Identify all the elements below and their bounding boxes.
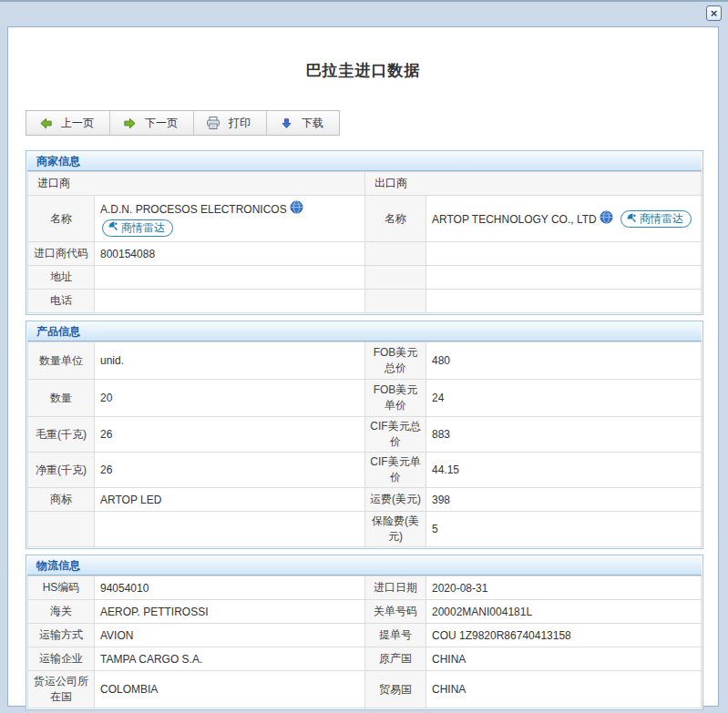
section-product-info: 产品信息 数量单位 unid. FOB美元总价 480 数量 20 FOB美元单… — [26, 321, 703, 549]
next-page-button[interactable]: 下一页 — [110, 111, 194, 135]
table-row: 净重(千克) 26 CIF美元单价 44.15 — [28, 453, 702, 488]
empty-value — [95, 512, 365, 547]
cif-unit-label: CIF美元单价 — [365, 453, 426, 488]
fob-unit-value: 24 — [426, 380, 702, 417]
phone-label: 电话 — [28, 290, 95, 313]
customs-doc-label: 关单号码 — [365, 600, 426, 624]
radar-icon — [108, 220, 118, 236]
phone-value — [95, 290, 365, 313]
table-row: 运输企业 TAMPA CARGO S.A. 原产国 CHINA — [28, 647, 702, 671]
bill-of-lading-label: 提单号 — [365, 624, 426, 647]
qty-value: 20 — [95, 380, 365, 417]
download-button[interactable]: 下载 — [267, 111, 339, 135]
download-label: 下载 — [302, 116, 323, 131]
exporter-name-cell: ARTOP TECHNOLOGY CO., LTD 商情雷达 — [426, 196, 702, 242]
print-button[interactable]: 打印 — [194, 111, 267, 135]
cif-unit-value: 44.15 — [426, 453, 702, 488]
importer-subheader: 进口商 — [28, 172, 365, 196]
table-row: 进口商 出口商 — [28, 172, 702, 196]
exporter-subheader: 出口商 — [365, 172, 702, 196]
import-date-label: 进口日期 — [365, 576, 426, 600]
gross-weight-value: 26 — [95, 417, 365, 453]
radar-button-label: 商情雷达 — [640, 211, 683, 227]
section-logistics-header: 物流信息 — [27, 556, 702, 575]
window-frame-top — [0, 0, 728, 2]
customs-label: 海关 — [28, 600, 95, 624]
address-label: 地址 — [28, 266, 95, 290]
arrow-left-icon — [38, 116, 53, 130]
section-logistics-info: 物流信息 HS编码 94054010 进口日期 2020-08-31 海关 AE… — [26, 555, 703, 710]
toolbar: 上一页 下一页 打印 — [26, 110, 340, 136]
insurance-value: 5 — [426, 512, 702, 547]
exporter-name-label: 名称 — [365, 196, 426, 242]
section-merchant-info: 商家信息 进口商 出口商 名称 A.D.N. PROCESOS ELECTRON… — [26, 150, 703, 315]
table-row: 海关 AEROP. PETTIROSSI 关单号码 20002MANI00418… — [28, 600, 702, 624]
arrow-down-icon — [279, 116, 293, 130]
cif-total-label: CIF美元总价 — [365, 417, 426, 453]
table-row: 保险费(美元) 5 — [28, 512, 702, 547]
next-page-label: 下一页 — [145, 116, 178, 131]
qty-unit-value: unid. — [95, 342, 365, 380]
logistics-table: HS编码 94054010 进口日期 2020-08-31 海关 AEROP. … — [27, 575, 702, 708]
table-row: 毛重(千克) 26 CIF美元总价 883 — [28, 417, 702, 453]
hs-code-label: HS编码 — [28, 576, 95, 600]
importer-name: A.D.N. PROCESOS ELECTRONICOS — [100, 203, 287, 216]
table-row: 数量 20 FOB美元单价 24 — [28, 380, 702, 417]
table-row: 货运公司所在国 COLOMBIA 贸易国 CHINA — [28, 671, 702, 708]
product-table: 数量单位 unid. FOB美元总价 480 数量 20 FOB美元单价 24 … — [27, 341, 702, 547]
empty-label — [365, 266, 426, 290]
transport-mode-label: 运输方式 — [28, 624, 95, 647]
table-row: 商标 ARTOP LED 运费(美元) 398 — [28, 488, 702, 512]
trademark-value: ARTOP LED — [95, 488, 365, 512]
bill-of-lading-value: COU 1Z9820R86740413158 — [426, 624, 702, 647]
empty-value — [426, 290, 702, 313]
globe-icon[interactable] — [600, 214, 613, 227]
printer-icon — [206, 116, 220, 130]
empty-label — [365, 290, 426, 313]
table-row: 运输方式 AVION 提单号 COU 1Z9820R86740413158 — [28, 624, 702, 647]
merchant-table: 进口商 出口商 名称 A.D.N. PROCESOS ELECTRONICOS … — [27, 171, 702, 313]
customs-value: AEROP. PETTIROSSI — [95, 600, 365, 624]
importer-name-label: 名称 — [28, 196, 95, 242]
import-date-value: 2020-08-31 — [426, 576, 702, 600]
net-weight-value: 26 — [95, 453, 365, 488]
transport-mode-value: AVION — [95, 624, 365, 647]
qty-unit-label: 数量单位 — [28, 342, 95, 380]
print-label: 打印 — [229, 116, 251, 131]
origin-country-value: CHINA — [426, 647, 702, 671]
trademark-label: 商标 — [28, 488, 95, 512]
cif-total-value: 883 — [426, 417, 702, 453]
trade-country-value: CHINA — [426, 671, 702, 708]
net-weight-label: 净重(千克) — [28, 453, 95, 488]
customs-doc-value: 20002MANI004181L — [426, 600, 702, 624]
freight-label: 运费(美元) — [365, 488, 426, 512]
page-title: 巴拉圭进口数据 — [8, 27, 718, 81]
importer-radar-button[interactable]: 商情雷达 — [102, 219, 173, 237]
fob-total-value: 480 — [426, 342, 702, 380]
address-value — [95, 266, 365, 290]
table-row: 地址 — [28, 266, 702, 290]
freight-company-country-label: 货运公司所在国 — [28, 671, 95, 708]
close-button[interactable]: × — [706, 5, 722, 21]
globe-icon[interactable] — [290, 204, 303, 217]
dialog-panel: 巴拉圭进口数据 上一页 下一页 — [7, 26, 719, 707]
table-row: 进口商代码 800154088 — [28, 242, 702, 266]
prev-page-button[interactable]: 上一页 — [26, 111, 110, 135]
arrow-right-icon — [122, 116, 137, 130]
freight-value: 398 — [426, 488, 702, 512]
fob-total-label: FOB美元总价 — [365, 342, 426, 380]
exporter-radar-button[interactable]: 商情雷达 — [620, 210, 692, 228]
section-merchant-header: 商家信息 — [27, 152, 702, 171]
carrier-label: 运输企业 — [28, 647, 95, 671]
section-product-header: 产品信息 — [27, 322, 702, 341]
insurance-label: 保险费(美元) — [365, 512, 426, 547]
prev-page-label: 上一页 — [61, 116, 94, 131]
carrier-value: TAMPA CARGO S.A. — [95, 647, 365, 671]
empty-value — [426, 242, 702, 266]
fob-unit-label: FOB美元单价 — [365, 380, 426, 417]
freight-company-country-value: COLOMBIA — [95, 671, 365, 708]
exporter-name: ARTOP TECHNOLOGY CO., LTD — [432, 212, 597, 225]
importer-name-cell: A.D.N. PROCESOS ELECTRONICOS 商情雷达 — [95, 196, 365, 242]
radar-icon — [626, 212, 637, 226]
importer-code-value: 800154088 — [95, 242, 365, 266]
